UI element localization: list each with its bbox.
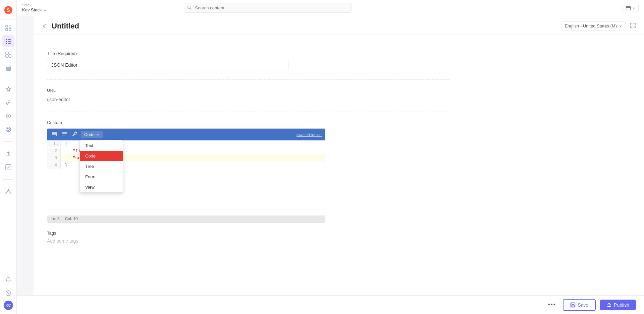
svg-rect-14 <box>6 55 8 57</box>
compact-icon <box>62 132 67 136</box>
editor-wrench-icon[interactable] <box>71 131 79 138</box>
grid-icon <box>5 25 11 31</box>
sidebar-item-help[interactable] <box>2 287 14 299</box>
dropdown-item-tree[interactable]: Tree <box>80 161 123 172</box>
svg-point-29 <box>6 291 11 296</box>
svg-point-26 <box>10 193 11 194</box>
editor-col-status: Col: 10 <box>65 216 78 221</box>
svg-point-20 <box>8 115 9 117</box>
sidebar-item-notifications[interactable] <box>2 274 14 286</box>
bell-icon <box>5 277 11 283</box>
form-body: Title (Required) URL /json-editor Custom <box>34 35 463 286</box>
calendar-button[interactable] <box>623 4 639 12</box>
workspace-name[interactable]: Kev Stack <box>22 7 47 13</box>
svg-point-25 <box>6 193 7 194</box>
svg-rect-18 <box>6 69 11 70</box>
editor-format-icon-2[interactable] <box>61 131 69 138</box>
search-input[interactable] <box>184 3 352 13</box>
sidebar-item-upload[interactable] <box>2 148 14 160</box>
content-area: Untitled English - United States (M) Tit… <box>34 16 644 314</box>
sidebar: S <box>0 0 17 314</box>
link-icon <box>5 100 11 106</box>
sidebar-item-link[interactable] <box>2 97 14 109</box>
svg-rect-12 <box>6 52 8 54</box>
sidebar-divider-2 <box>3 141 13 142</box>
dropdown-item-form[interactable]: Form <box>80 172 123 182</box>
sidebar-item-tag2[interactable] <box>2 123 14 135</box>
svg-rect-15 <box>9 55 11 57</box>
custom-label: Custom <box>47 120 449 125</box>
publish-icon <box>606 302 612 308</box>
back-button[interactable] <box>42 23 48 29</box>
url-section: URL /json-editor <box>47 88 449 112</box>
svg-point-19 <box>6 114 10 118</box>
content-header: Untitled English - United States (M) <box>34 16 644 35</box>
calendar-icon <box>626 5 631 11</box>
more-options-button[interactable]: ••• <box>548 301 556 308</box>
topbar-right <box>623 4 639 12</box>
title-input[interactable] <box>47 59 288 71</box>
refresh-icon <box>5 113 11 119</box>
sidebar-item-tag1[interactable] <box>2 110 14 122</box>
svg-rect-3 <box>9 25 11 27</box>
page-title: Untitled <box>52 22 557 30</box>
dropdown-item-text[interactable]: Text <box>80 140 123 151</box>
sidebar-item-grid[interactable] <box>2 22 14 34</box>
svg-rect-6 <box>6 39 7 40</box>
fullscreen-button[interactable] <box>630 22 636 30</box>
publish-button[interactable]: Publish <box>600 300 636 310</box>
svg-line-28 <box>8 191 10 193</box>
tags-input-placeholder[interactable]: Add some tags <box>47 238 449 244</box>
sidebar-logo[interactable]: S <box>2 4 14 16</box>
powered-by-ace[interactable]: powered by ace <box>296 133 322 137</box>
dropdown-item-view[interactable]: View <box>80 182 123 192</box>
url-label: URL <box>47 88 449 93</box>
search-icon <box>187 5 192 11</box>
components-icon <box>5 52 11 58</box>
tags-section: Tags Add some tags <box>47 231 449 252</box>
editor-line-status: Ln: 3 <box>51 216 60 221</box>
line-number-4: 4 <box>47 162 61 169</box>
dropdown-item-code[interactable]: Code <box>80 151 123 161</box>
title-label: Title (Required) <box>47 51 449 56</box>
topbar: Stack Kev Stack <box>17 0 644 16</box>
mode-chevron-icon <box>96 133 99 136</box>
editor-format-icon-1[interactable] <box>51 131 59 138</box>
sidebar-item-components[interactable] <box>2 49 14 61</box>
lang-chevron-icon <box>619 24 622 28</box>
sidebar-item-checkmark[interactable] <box>2 161 14 173</box>
svg-point-24 <box>8 189 9 191</box>
sidebar-item-layers[interactable] <box>2 62 14 74</box>
sidebar-item-star[interactable] <box>2 83 14 95</box>
svg-line-27 <box>6 191 8 193</box>
svg-point-30 <box>8 294 9 295</box>
custom-section: Custom <box>47 120 449 223</box>
sidebar-item-network[interactable] <box>2 186 14 198</box>
title-section: Title (Required) <box>47 51 449 80</box>
url-value: /json-editor <box>47 96 449 104</box>
svg-point-22 <box>7 128 9 131</box>
search-bar <box>184 3 352 13</box>
svg-rect-16 <box>6 66 11 67</box>
help-icon <box>5 290 11 296</box>
svg-rect-10 <box>6 43 7 44</box>
svg-rect-5 <box>9 28 11 30</box>
user-avatar[interactable]: KC <box>4 301 13 310</box>
save-icon <box>570 302 576 308</box>
svg-rect-4 <box>6 28 8 30</box>
svg-rect-23 <box>6 165 11 170</box>
sort-icon <box>52 132 57 136</box>
save-button[interactable]: Save <box>563 299 596 311</box>
language-selector[interactable]: English - United States (M) <box>561 21 626 30</box>
stack-logo-icon: S <box>4 6 13 14</box>
list-icon <box>5 38 11 44</box>
chevron-down-icon <box>43 9 47 12</box>
sidebar-bottom: KC <box>2 274 14 310</box>
svg-rect-47 <box>607 306 611 307</box>
collapse-arrow-icon <box>56 143 59 145</box>
back-arrow-icon <box>42 23 48 29</box>
svg-point-21 <box>6 127 11 132</box>
editor-mode-button[interactable]: Code <box>81 131 103 138</box>
sidebar-item-list[interactable] <box>2 35 14 47</box>
svg-rect-44 <box>572 303 574 304</box>
